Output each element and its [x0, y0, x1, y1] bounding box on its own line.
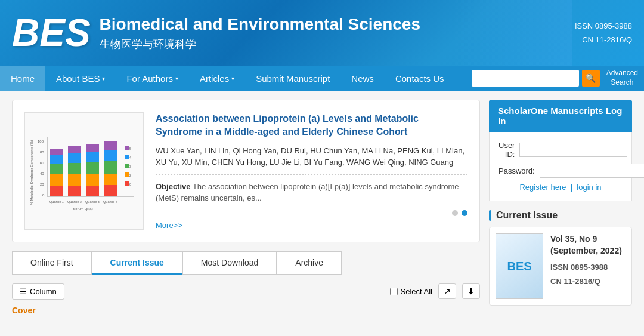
- user-id-row: User ID:: [499, 141, 623, 159]
- svg-rect-20: [86, 152, 99, 162]
- svg-text:% Metabolic Syndrome Component: % Metabolic Syndrome Components (%): [30, 140, 33, 205]
- password-label: Password:: [499, 167, 535, 175]
- nav-item-submit[interactable]: Submit Manuscript: [245, 66, 340, 91]
- svg-rect-18: [68, 186, 81, 196]
- svg-rect-21: [86, 162, 99, 174]
- login-link[interactable]: login in: [577, 183, 601, 192]
- current-issue-header: Current Issue: [489, 210, 632, 221]
- password-row: Password:: [499, 164, 623, 178]
- svg-text:60: 60: [40, 161, 44, 165]
- svg-text:Quartile 2: Quartile 2: [67, 200, 82, 204]
- svg-text:100: 100: [38, 140, 44, 143]
- nav-item-home[interactable]: Home: [0, 66, 45, 91]
- main-content: % Metabolic Syndrome Components (%) 0 20…: [12, 100, 480, 315]
- content-tabs: Online First Current Issue Most Download…: [12, 251, 480, 275]
- svg-rect-16: [68, 163, 81, 174]
- scholar-box-header: ScholarOne Manuscripts Log In: [489, 100, 632, 132]
- more-link[interactable]: More>>: [156, 221, 182, 230]
- issn-value: 0895-3988: [571, 263, 608, 272]
- svg-rect-35: [125, 172, 129, 177]
- svg-text:Serum Lp(a): Serum Lp(a): [73, 207, 92, 211]
- nav-item-contacts[interactable]: Contacts Us: [385, 66, 455, 91]
- current-issue-content: BES Vol 35, No 9 (September, 2022) ISSN …: [489, 227, 632, 306]
- svg-rect-17: [68, 174, 81, 186]
- svg-text:Quartile 3: Quartile 3: [85, 200, 100, 204]
- svg-rect-12: [50, 174, 63, 186]
- download-button[interactable]: ⬇: [462, 283, 480, 299]
- separator: |: [571, 183, 572, 192]
- cover-section: Cover: [12, 306, 480, 315]
- journal-en-title: Biomedical and Environmental Sciences: [100, 14, 420, 35]
- article-chart-image: % Metabolic Syndrome Components (%) 0 20…: [24, 112, 144, 230]
- svg-text:Quartile 1: Quartile 1: [49, 200, 64, 204]
- svg-rect-15: [68, 153, 81, 163]
- svg-rect-27: [104, 174, 117, 185]
- svg-text:40: 40: [40, 172, 44, 175]
- svg-rect-11: [50, 164, 63, 174]
- cn-label: CN: [550, 277, 562, 286]
- sidebar: ScholarOne Manuscripts Log In User ID: P…: [489, 100, 632, 315]
- login-links: Register here | login in: [499, 183, 623, 192]
- header-title: Biomedical and Environmental Sciences 生物…: [100, 14, 420, 51]
- svg-rect-37: [125, 181, 129, 186]
- nav-search-area: 🔍 AdvancedSearch: [466, 69, 644, 87]
- current-issue-accent: [489, 210, 491, 221]
- user-id-label: User ID:: [499, 141, 515, 159]
- dot-1[interactable]: [452, 210, 458, 216]
- issue-vol-text: Vol 35, No 9: [550, 234, 597, 243]
- navigation: Home About BES ▾ For Authors ▾ Articles …: [0, 66, 644, 91]
- authors-arrow: ▾: [175, 75, 178, 82]
- nav-items: Home About BES ▾ For Authors ▾ Articles …: [0, 66, 466, 91]
- tab-most-download[interactable]: Most Download: [182, 251, 277, 275]
- tab-online-first[interactable]: Online First: [12, 251, 92, 275]
- about-arrow: ▾: [102, 75, 105, 82]
- svg-rect-24: [104, 141, 117, 150]
- password-input[interactable]: [540, 164, 644, 178]
- svg-rect-9: [50, 149, 63, 155]
- article-authors: WU Xue Yan, LIN Lin, Qi Hong Yan, DU Rui…: [156, 145, 467, 168]
- nav-item-news[interactable]: News: [340, 66, 385, 91]
- svg-text:80: 80: [40, 150, 44, 154]
- svg-rect-25: [104, 150, 117, 161]
- header-background-images: [453, 0, 572, 66]
- export-button[interactable]: ↗: [438, 283, 456, 299]
- cn-number: CN 11-2816/Q: [575, 33, 632, 47]
- svg-rect-22: [86, 174, 99, 186]
- cover-divider: [42, 310, 480, 310]
- main-content-area: % Metabolic Syndrome Components (%) 0 20…: [0, 91, 644, 324]
- svg-text:20: 20: [40, 183, 44, 186]
- header-issn-info: ISSN 0895-3988 CN 11-2816/Q: [575, 19, 632, 47]
- user-id-input[interactable]: [519, 143, 627, 157]
- issue-volume: Vol 35, No 9 (September, 2022): [550, 233, 626, 257]
- search-button[interactable]: 🔍: [582, 70, 600, 87]
- hamburger-icon: ☰: [20, 287, 27, 296]
- svg-text:2: 2: [129, 174, 131, 177]
- nav-item-articles[interactable]: Articles ▾: [189, 66, 245, 91]
- column-button[interactable]: ☰ Column: [12, 283, 64, 300]
- dot-2[interactable]: [462, 210, 467, 216]
- advanced-search-link[interactable]: AdvancedSearch: [606, 69, 638, 87]
- issue-date: (September, 2022): [550, 246, 622, 255]
- svg-rect-10: [50, 155, 63, 164]
- nav-item-about[interactable]: About BES ▾: [45, 66, 116, 91]
- tab-archive[interactable]: Archive: [277, 251, 342, 275]
- svg-text:5: 5: [129, 147, 131, 150]
- current-issue-title: Current Issue: [496, 210, 558, 221]
- svg-rect-28: [104, 185, 117, 196]
- article-info: Association between Lipoprotein (a) Leve…: [156, 112, 467, 230]
- select-all-checkbox[interactable]: [390, 288, 398, 295]
- issn-number: ISSN 0895-3988: [575, 19, 632, 33]
- header-left: BES Biomedical and Environmental Science…: [12, 14, 420, 52]
- svg-text:Quartile 4: Quartile 4: [103, 200, 117, 204]
- toolbar-left: ☰ Column: [12, 283, 64, 300]
- issn-label: ISSN: [550, 263, 568, 272]
- register-link[interactable]: Register here: [519, 183, 566, 192]
- tab-current-issue[interactable]: Current Issue: [92, 251, 182, 275]
- scholar-box-body: User ID: Password: Register here | login…: [489, 132, 632, 201]
- svg-rect-26: [104, 161, 117, 174]
- nav-item-for-authors[interactable]: For Authors ▾: [116, 66, 189, 91]
- svg-rect-13: [50, 186, 63, 196]
- svg-text:3: 3: [129, 165, 131, 168]
- carousel-dots: [156, 210, 467, 216]
- search-input[interactable]: [472, 70, 579, 87]
